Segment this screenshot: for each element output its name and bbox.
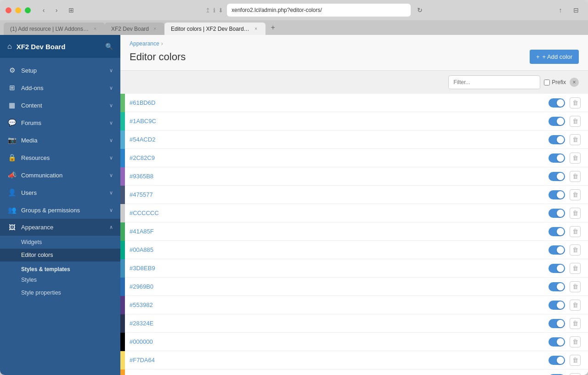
toggle-switch[interactable] [548, 190, 565, 199]
tab-1-close[interactable]: × [92, 26, 98, 32]
setup-arrow-icon: ∨ [109, 68, 113, 74]
toggle-switch[interactable] [548, 153, 565, 163]
search-icon[interactable]: 🔍 [105, 43, 113, 50]
sidebar-subitem-widgets[interactable]: Widgets [0, 236, 120, 249]
delete-button[interactable]: 🗑 [570, 208, 581, 219]
color-name[interactable]: #61BD6D [130, 99, 548, 106]
addons-arrow-icon: ∨ [109, 85, 113, 91]
view-toggle-button[interactable]: ⊞ [66, 5, 77, 16]
sidebar-subitem-style-properties[interactable]: Style properties [0, 286, 120, 299]
toggle-switch[interactable] [548, 337, 565, 347]
color-name[interactable]: #553982 [130, 301, 548, 308]
delete-button[interactable]: 🗑 [570, 244, 581, 256]
delete-button[interactable]: 🗑 [570, 97, 581, 108]
sidebar-subitem-styles[interactable]: Styles [0, 273, 120, 286]
color-swatch [120, 296, 125, 314]
toggle-switch[interactable] [548, 117, 565, 126]
sidebar-item-appearance[interactable]: 🖼 Appearance ∧ [0, 219, 120, 236]
appearance-icon: 🖼 [7, 223, 17, 231]
new-tab-button[interactable]: + [267, 22, 278, 33]
share-window-button[interactable]: ↑ [554, 5, 567, 15]
sidebar-item-appearance-label: Appearance [21, 224, 105, 231]
delete-button[interactable]: 🗑 [570, 336, 581, 347]
toggle-switch[interactable] [548, 356, 565, 365]
delete-button[interactable]: 🗑 [570, 281, 581, 292]
add-color-button[interactable]: + + Add color [530, 50, 579, 64]
sidebar-item-setup[interactable]: ⚙ Setup ∨ [0, 62, 120, 79]
color-name[interactable]: #2969B0 [130, 283, 548, 290]
delete-button[interactable]: 🗑 [570, 263, 581, 274]
color-row: #54ACD2 🗑 [120, 131, 588, 149]
color-name[interactable]: #54ACD2 [130, 136, 548, 143]
color-row: #28324E 🗑 [120, 314, 588, 333]
toggle-switch[interactable] [548, 227, 565, 236]
color-name[interactable]: #2C82C9 [130, 154, 548, 161]
toggle-switch[interactable] [548, 209, 565, 218]
tab-3[interactable]: Editor colors | XF2 Dev Board – Admin co… [164, 23, 266, 35]
share-icon[interactable]: ↥ [205, 7, 210, 14]
split-view-button[interactable]: ⊟ [570, 5, 582, 15]
tab-1[interactable]: (1) Add resource | LW Addons - XenForo A… [4, 23, 105, 35]
delete-button[interactable]: 🗑 [570, 300, 581, 311]
filter-clear-button[interactable]: × [570, 78, 579, 87]
tab-2[interactable]: XF2 Dev Board × [105, 23, 164, 35]
back-button[interactable]: ‹ [38, 5, 49, 16]
sidebar-item-media[interactable]: 📷 Media ∨ [0, 131, 120, 149]
prefix-checkbox[interactable] [544, 80, 550, 85]
color-name[interactable]: #1ABC9C [130, 118, 548, 125]
delete-button[interactable]: 🗑 [570, 153, 581, 164]
toggle-switch[interactable] [548, 301, 565, 310]
download-icon[interactable]: ⬇ [218, 7, 223, 14]
color-name[interactable]: #28324E [130, 320, 548, 327]
toggle-switch[interactable] [548, 282, 565, 291]
color-name[interactable]: #000000 [130, 338, 548, 345]
sidebar-subitem-editor-colors[interactable]: Editor colors [0, 249, 120, 261]
refresh-button[interactable]: ↻ [414, 5, 425, 16]
delete-button[interactable]: 🗑 [570, 189, 581, 200]
color-name[interactable]: #3D8EB9 [130, 265, 548, 272]
toggle-switch[interactable] [548, 245, 565, 255]
delete-button[interactable]: 🗑 [570, 226, 581, 237]
maximize-button[interactable] [25, 7, 31, 13]
media-icon: 📷 [7, 136, 17, 144]
info-icon[interactable]: ℹ [213, 7, 215, 14]
color-name[interactable]: #F7DA64 [130, 357, 548, 364]
sidebar-item-users[interactable]: 👤 Users ∨ [0, 184, 120, 201]
sidebar-item-forums[interactable]: 💬 Forums ∨ [0, 114, 120, 131]
close-button[interactable] [6, 7, 11, 13]
color-name[interactable]: #41A85F [130, 228, 548, 235]
styles-templates-header-label: Styles & templates [21, 266, 70, 273]
toggle-switch[interactable] [548, 319, 565, 328]
filter-input[interactable] [448, 75, 540, 89]
tab-2-close[interactable]: × [152, 26, 158, 32]
content-icon: ▦ [7, 101, 17, 109]
delete-button[interactable]: 🗑 [570, 318, 581, 329]
sidebar-item-addons[interactable]: ⊞ Add-ons ∨ [0, 79, 120, 97]
sidebar-item-communication[interactable]: 📣 Communication ∨ [0, 166, 120, 184]
breadcrumb-appearance[interactable]: Appearance [130, 40, 159, 47]
delete-button[interactable]: 🗑 [570, 134, 581, 145]
forward-button[interactable]: › [51, 5, 62, 16]
delete-button[interactable]: 🗑 [570, 116, 581, 127]
toggle-knob [557, 265, 564, 272]
toggle-switch[interactable] [548, 98, 565, 108]
toggle-switch[interactable] [548, 172, 565, 181]
delete-button[interactable]: 🗑 [570, 355, 581, 366]
sidebar-item-groups[interactable]: 👥 Groups & permissions ∨ [0, 201, 120, 219]
color-name[interactable]: #475577 [130, 191, 548, 198]
toggle-switch[interactable] [548, 135, 565, 144]
address-icons: ↥ ℹ ⬇ [205, 7, 223, 14]
color-row: #2C82C9 🗑 [120, 149, 588, 167]
color-name[interactable]: #9365B8 [130, 173, 548, 180]
sidebar-item-resources[interactable]: 🔒 Resources ∨ [0, 149, 120, 166]
color-name[interactable]: #CCCCCC [130, 210, 548, 216]
color-name[interactable]: #00A885 [130, 246, 548, 253]
minimize-button[interactable] [15, 7, 21, 13]
delete-button[interactable]: 🗑 [570, 171, 581, 182]
delete-button[interactable]: 🗑 [570, 373, 581, 375]
toggle-switch[interactable] [548, 264, 565, 273]
sidebar-item-content[interactable]: ▦ Content ∨ [0, 97, 120, 114]
address-bar[interactable]: xenforo2.lcl/admin.php?editor-colors/ [227, 4, 411, 17]
tab-3-close[interactable]: × [253, 26, 259, 32]
home-icon[interactable]: ⌂ [7, 42, 12, 51]
